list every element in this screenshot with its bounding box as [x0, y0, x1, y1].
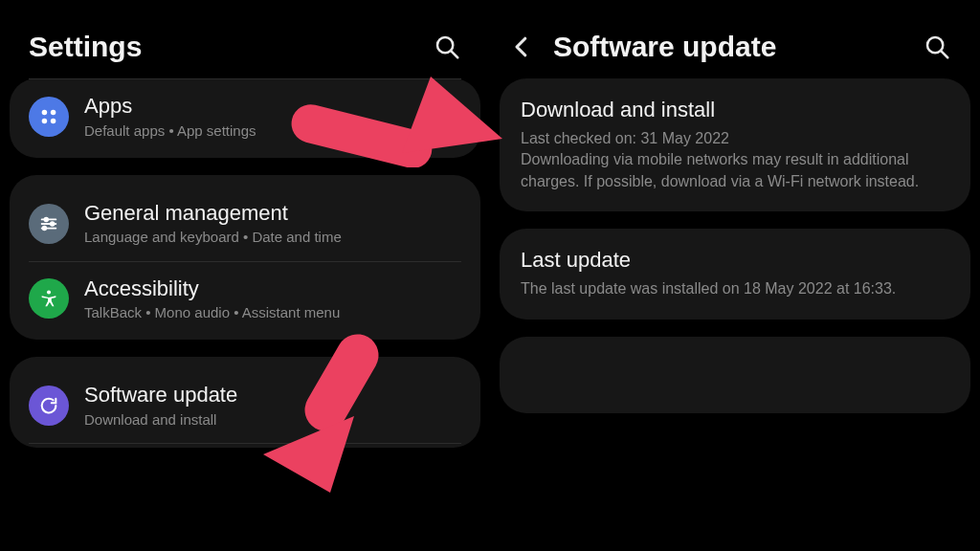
menu-item-accessibility[interactable]: Accessibility TalkBack • Mono audio • As…: [29, 261, 461, 337]
sliders-icon: [29, 204, 69, 244]
settings-group: General management Language and keyboard…: [10, 175, 480, 341]
card-description: Downloading via mobile networks may resu…: [521, 149, 949, 192]
svg-point-11: [43, 226, 47, 230]
search-icon: [433, 33, 461, 61]
apps-icon: [29, 97, 69, 137]
page-title: Settings: [29, 31, 433, 63]
svg-point-4: [42, 119, 48, 123]
svg-point-12: [47, 291, 51, 295]
page-title: Software update: [553, 31, 923, 63]
back-button[interactable]: [507, 33, 536, 61]
card-subtitle: Last checked on: 31 May 2022: [521, 128, 949, 149]
placeholder-card: [500, 337, 970, 413]
menu-item-title: Accessibility: [84, 276, 340, 302]
settings-group: Software update Download and install: [10, 357, 480, 448]
svg-point-5: [51, 119, 56, 123]
accessibility-icon: [29, 278, 69, 319]
menu-item-subtitle: Default apps • App settings: [84, 121, 256, 141]
software-update-header: Software update: [500, 8, 970, 78]
menu-item-title: Software update: [84, 382, 237, 408]
svg-line-1: [451, 51, 457, 57]
svg-point-2: [42, 110, 48, 116]
download-install-card[interactable]: Download and install Last checked on: 31…: [500, 78, 970, 211]
settings-group: Apps Default apps • App settings: [10, 78, 480, 158]
card-title: Last update: [521, 248, 949, 273]
card-subtitle: The last update was installed on 18 May …: [521, 278, 949, 299]
menu-item-title: General management: [84, 200, 342, 227]
menu-item-software-update[interactable]: Software update Download and install: [29, 368, 461, 443]
search-icon: [923, 33, 951, 61]
menu-item-subtitle: Language and keyboard • Date and time: [84, 228, 342, 247]
svg-point-9: [51, 222, 55, 226]
svg-point-3: [51, 110, 56, 116]
last-update-card[interactable]: Last update The last update was installe…: [500, 229, 970, 319]
settings-header: Settings: [10, 8, 480, 78]
menu-item-apps[interactable]: Apps Default apps • App settings: [29, 79, 461, 154]
search-button[interactable]: [923, 33, 951, 61]
refresh-icon: [29, 386, 69, 426]
svg-point-7: [44, 217, 48, 221]
card-title: Download and install: [521, 98, 949, 122]
menu-item-general-management[interactable]: General management Language and keyboard…: [29, 187, 461, 261]
chevron-left-icon: [507, 33, 536, 61]
svg-line-14: [941, 51, 947, 57]
menu-item-title: Apps: [84, 93, 256, 120]
menu-item-subtitle: TalkBack • Mono audio • Assistant menu: [84, 303, 340, 322]
menu-item-subtitle: Download and install: [84, 410, 237, 430]
search-button[interactable]: [433, 33, 461, 61]
